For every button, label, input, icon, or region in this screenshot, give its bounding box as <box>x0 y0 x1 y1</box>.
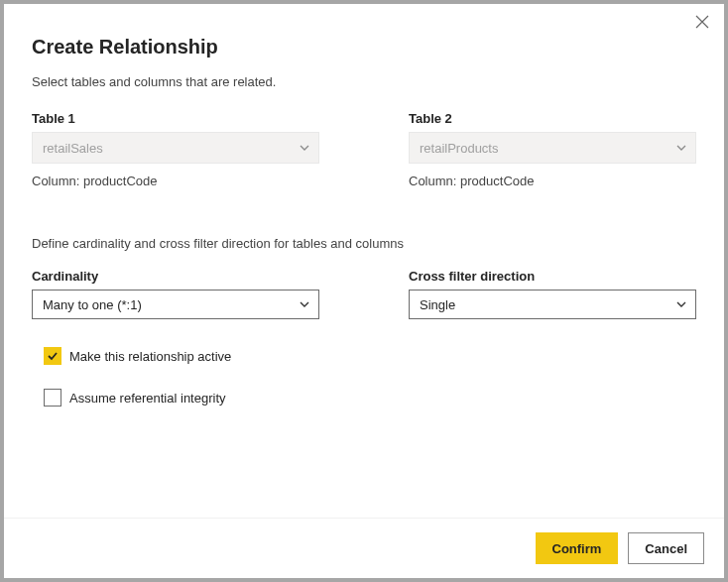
dialog-title: Create Relationship <box>32 36 696 58</box>
cardinality-label: Cardinality <box>32 269 319 284</box>
crossfilter-value: Single <box>420 297 455 312</box>
cardinality-select[interactable]: Many to one (*:1) <box>32 290 319 319</box>
table2-column: Column: productCode <box>409 174 696 188</box>
chevron-down-icon <box>675 298 687 310</box>
cancel-button[interactable]: Cancel <box>628 532 704 564</box>
table2-select[interactable]: retailProducts <box>409 132 696 164</box>
chevron-down-icon <box>299 142 310 154</box>
crossfilter-select[interactable]: Single <box>409 290 696 319</box>
close-icon[interactable] <box>694 14 710 30</box>
cardinality-section-note: Define cardinality and cross filter dire… <box>32 236 696 251</box>
active-checkbox[interactable] <box>44 347 61 365</box>
create-relationship-dialog: Create Relationship Select tables and co… <box>4 4 724 578</box>
chevron-down-icon <box>299 298 310 310</box>
cardinality-value: Many to one (*:1) <box>43 297 142 312</box>
table1-column: Column: productCode <box>32 174 319 188</box>
dialog-subtitle: Select tables and columns that are relat… <box>32 74 696 89</box>
table2-value: retailProducts <box>420 141 498 156</box>
active-checkbox-label: Make this relationship active <box>69 349 231 364</box>
referential-checkbox-label: Assume referential integrity <box>69 391 226 406</box>
referential-checkbox[interactable] <box>44 389 61 407</box>
table1-value: retailSales <box>43 141 103 156</box>
table2-label: Table 2 <box>409 111 696 126</box>
crossfilter-label: Cross filter direction <box>409 269 696 284</box>
dialog-footer: Confirm Cancel <box>4 518 724 578</box>
table1-label: Table 1 <box>32 111 319 126</box>
confirm-button[interactable]: Confirm <box>536 532 619 564</box>
table1-select[interactable]: retailSales <box>32 132 319 164</box>
chevron-down-icon <box>675 142 687 154</box>
